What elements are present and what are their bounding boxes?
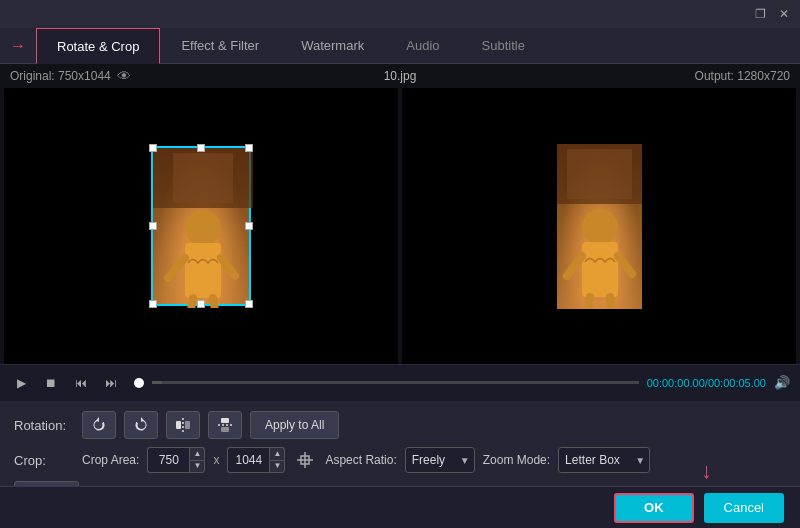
aspect-ratio-label: Aspect Ratio: xyxy=(325,453,396,467)
crop-handle-tr[interactable] xyxy=(245,144,253,152)
zoom-mode-wrap: Letter Box Pan & Scan Full ▼ xyxy=(558,447,650,473)
svg-rect-9 xyxy=(567,149,632,199)
crop-height-input[interactable] xyxy=(227,447,269,473)
aspect-ratio-select[interactable]: Freely 16:9 4:3 1:1 9:16 xyxy=(405,447,475,473)
next-frame-button[interactable]: ⏭ xyxy=(100,372,122,394)
timeline-dot[interactable] xyxy=(134,378,144,388)
timeline-progress xyxy=(152,381,162,384)
tab-watermark[interactable]: Watermark xyxy=(280,28,385,63)
rotation-row: Rotation: xyxy=(14,411,786,439)
svg-point-10 xyxy=(582,209,618,245)
flip-vertical-button[interactable] xyxy=(208,411,242,439)
crop-width-spinners: ▲ ▼ xyxy=(189,447,205,473)
close-button[interactable]: ✕ xyxy=(776,6,792,22)
filename-label: 10.jpg xyxy=(384,69,417,83)
crop-handle-tm[interactable] xyxy=(197,144,205,152)
eye-icon[interactable]: 👁 xyxy=(117,68,131,84)
crop-handle-br[interactable] xyxy=(245,300,253,308)
svg-rect-3 xyxy=(185,243,221,298)
svg-line-5 xyxy=(221,258,235,276)
tab-rotate-crop[interactable]: Rotate & Crop xyxy=(36,28,160,64)
ok-arrow-indicator: ↓ xyxy=(701,458,712,484)
original-label: Original: 750x1044 xyxy=(10,69,111,83)
crop-handle-tl[interactable] xyxy=(149,144,157,152)
crop-handle-bm[interactable] xyxy=(197,300,205,308)
svg-line-14 xyxy=(588,297,590,309)
rotate-left-button[interactable] xyxy=(82,411,116,439)
svg-rect-22 xyxy=(221,427,229,432)
svg-rect-11 xyxy=(582,242,618,297)
crop-width-down[interactable]: ▼ xyxy=(189,460,205,474)
crop-height-spinners: ▲ ▼ xyxy=(269,447,285,473)
crop-width-up[interactable]: ▲ xyxy=(189,447,205,460)
volume-icon[interactable]: 🔊 xyxy=(774,375,790,390)
tab-effect-filter[interactable]: Effect & Filter xyxy=(160,28,280,63)
preview-right xyxy=(402,88,796,364)
rotation-label: Rotation: xyxy=(14,418,74,433)
center-icon[interactable] xyxy=(293,448,317,472)
crop-width-wrap: ▲ ▼ xyxy=(147,447,205,473)
zoom-mode-select[interactable]: Letter Box Pan & Scan Full xyxy=(558,447,650,473)
svg-point-2 xyxy=(185,210,221,246)
footer-bar: OK Cancel xyxy=(0,486,800,528)
svg-rect-1 xyxy=(173,153,233,203)
crop-area-label: Crop Area: xyxy=(82,453,139,467)
svg-line-6 xyxy=(191,298,193,308)
preview-info-bar: Original: 750x1044 👁 10.jpg Output: 1280… xyxy=(0,64,800,88)
crop-handle-mr[interactable] xyxy=(245,222,253,230)
crop-height-wrap: ▲ ▼ xyxy=(227,447,285,473)
preview-canvases xyxy=(0,88,800,364)
timeline-track[interactable] xyxy=(152,381,639,384)
svg-line-4 xyxy=(168,258,185,278)
crop-handle-bl[interactable] xyxy=(149,300,157,308)
play-button[interactable]: ▶ xyxy=(10,372,32,394)
tab-subtitle[interactable]: Subtitle xyxy=(461,28,546,63)
crop-height-up[interactable]: ▲ xyxy=(269,447,285,460)
rotate-right-button[interactable] xyxy=(124,411,158,439)
x-separator: x xyxy=(213,453,219,467)
svg-line-15 xyxy=(610,297,612,309)
tab-arrow-icon: → xyxy=(0,28,36,63)
zoom-mode-label: Zoom Mode: xyxy=(483,453,550,467)
crop-width-input[interactable] xyxy=(147,447,189,473)
svg-line-12 xyxy=(567,256,582,276)
crop-handle-ml[interactable] xyxy=(149,222,157,230)
prev-frame-button[interactable]: ⏮ xyxy=(70,372,92,394)
svg-rect-18 xyxy=(176,421,181,429)
tab-bar: → Rotate & Crop Effect & Filter Watermar… xyxy=(0,28,800,64)
svg-rect-21 xyxy=(221,418,229,423)
stop-button[interactable]: ⏹ xyxy=(40,372,62,394)
flip-horizontal-button[interactable] xyxy=(166,411,200,439)
restore-button[interactable]: ❐ xyxy=(752,6,768,22)
right-image xyxy=(557,144,642,309)
output-label: Output: 1280x720 xyxy=(695,69,790,83)
aspect-ratio-wrap: Freely 16:9 4:3 1:1 9:16 ▼ xyxy=(405,447,475,473)
tab-audio[interactable]: Audio xyxy=(385,28,460,63)
svg-line-13 xyxy=(618,256,632,274)
time-display: 00:00:00.00/00:00:05.00 xyxy=(647,377,766,389)
crop-label: Crop: xyxy=(14,453,74,468)
cancel-button[interactable]: Cancel xyxy=(704,493,784,523)
crop-row: Crop: Crop Area: ▲ ▼ x ▲ ▼ Aspect Ratio: xyxy=(14,447,786,473)
preview-area: Original: 750x1044 👁 10.jpg Output: 1280… xyxy=(0,64,800,364)
svg-rect-19 xyxy=(185,421,190,429)
apply-to-all-button[interactable]: Apply to All xyxy=(250,411,339,439)
preview-left[interactable] xyxy=(4,88,398,364)
ok-button[interactable]: OK xyxy=(614,493,694,523)
svg-line-7 xyxy=(213,298,215,308)
crop-height-down[interactable]: ▼ xyxy=(269,460,285,474)
title-bar: ❐ ✕ xyxy=(0,0,800,28)
left-image xyxy=(151,146,251,306)
controls-bar: ▶ ⏹ ⏮ ⏭ 00:00:00.00/00:00:05.00 🔊 xyxy=(0,364,800,400)
